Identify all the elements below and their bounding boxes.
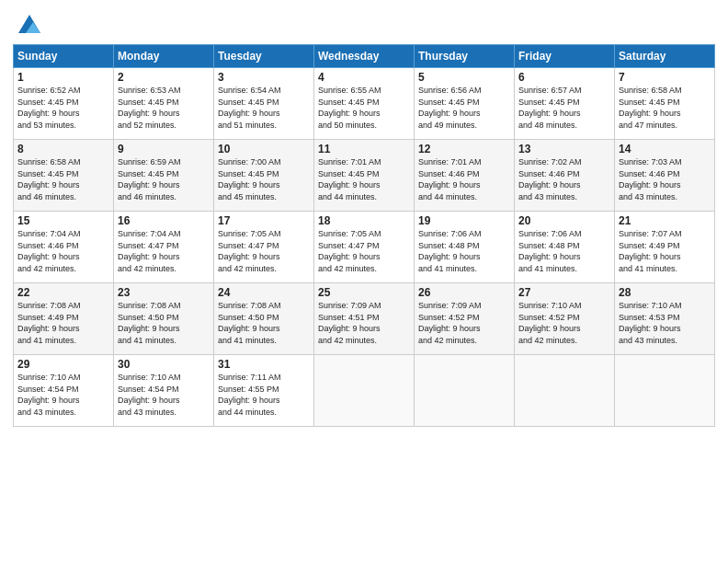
day-number: 1 <box>17 71 109 84</box>
day-info: Sunrise: 7:10 AM Sunset: 4:54 PM Dayligh… <box>17 372 109 418</box>
day-number: 16 <box>118 214 210 227</box>
day-info: Sunrise: 6:54 AM Sunset: 4:45 PM Dayligh… <box>218 85 310 131</box>
calendar-cell: 16Sunrise: 7:04 AM Sunset: 4:47 PM Dayli… <box>114 212 214 283</box>
calendar-week-row: 29Sunrise: 7:10 AM Sunset: 4:54 PM Dayli… <box>14 355 715 427</box>
day-number: 26 <box>418 286 510 299</box>
day-info: Sunrise: 7:03 AM Sunset: 4:46 PM Dayligh… <box>619 156 711 202</box>
day-info: Sunrise: 7:06 AM Sunset: 4:48 PM Dayligh… <box>418 228 510 274</box>
weekday-header-monday: Monday <box>114 45 214 68</box>
calendar-cell: 8Sunrise: 6:58 AM Sunset: 4:45 PM Daylig… <box>14 140 114 212</box>
day-info: Sunrise: 7:07 AM Sunset: 4:49 PM Dayligh… <box>619 228 711 274</box>
calendar-cell: 31Sunrise: 7:11 AM Sunset: 4:55 PM Dayli… <box>214 355 314 427</box>
day-number: 28 <box>619 286 711 299</box>
day-number: 24 <box>218 286 310 299</box>
calendar-week-row: 22Sunrise: 7:08 AM Sunset: 4:49 PM Dayli… <box>14 283 715 355</box>
day-number: 17 <box>218 214 310 227</box>
day-info: Sunrise: 7:06 AM Sunset: 4:48 PM Dayligh… <box>518 228 610 274</box>
weekday-header-sunday: Sunday <box>14 45 114 68</box>
calendar-cell: 7Sunrise: 6:58 AM Sunset: 4:45 PM Daylig… <box>615 68 715 140</box>
weekday-header-friday: Friday <box>515 45 615 68</box>
weekday-header-tuesday: Tuesday <box>214 45 314 68</box>
day-info: Sunrise: 7:09 AM Sunset: 4:51 PM Dayligh… <box>318 300 410 346</box>
day-info: Sunrise: 6:59 AM Sunset: 4:45 PM Dayligh… <box>118 156 210 202</box>
day-info: Sunrise: 6:55 AM Sunset: 4:45 PM Dayligh… <box>318 85 410 131</box>
calendar-cell: 13Sunrise: 7:02 AM Sunset: 4:46 PM Dayli… <box>515 140 615 212</box>
calendar-cell: 2Sunrise: 6:53 AM Sunset: 4:45 PM Daylig… <box>114 68 214 140</box>
calendar-cell: 10Sunrise: 7:00 AM Sunset: 4:45 PM Dayli… <box>214 140 314 212</box>
calendar-cell: 19Sunrise: 7:06 AM Sunset: 4:48 PM Dayli… <box>415 212 515 283</box>
day-number: 3 <box>218 71 310 84</box>
header <box>13 9 715 39</box>
day-info: Sunrise: 7:08 AM Sunset: 4:50 PM Dayligh… <box>118 300 210 346</box>
day-number: 9 <box>118 143 210 155</box>
day-info: Sunrise: 7:08 AM Sunset: 4:50 PM Dayligh… <box>218 300 310 346</box>
calendar-cell: 3Sunrise: 6:54 AM Sunset: 4:45 PM Daylig… <box>214 68 314 140</box>
day-info: Sunrise: 6:57 AM Sunset: 4:45 PM Dayligh… <box>518 85 610 131</box>
day-info: Sunrise: 7:01 AM Sunset: 4:46 PM Dayligh… <box>418 156 510 202</box>
day-info: Sunrise: 6:56 AM Sunset: 4:45 PM Dayligh… <box>418 85 510 131</box>
day-number: 21 <box>619 214 711 227</box>
weekday-header-saturday: Saturday <box>615 45 715 68</box>
day-info: Sunrise: 7:10 AM Sunset: 4:53 PM Dayligh… <box>619 300 711 346</box>
calendar-cell: 25Sunrise: 7:09 AM Sunset: 4:51 PM Dayli… <box>314 283 415 355</box>
calendar-body: 1Sunrise: 6:52 AM Sunset: 4:45 PM Daylig… <box>14 68 715 427</box>
day-number: 8 <box>17 143 109 155</box>
day-number: 19 <box>418 214 510 227</box>
day-number: 29 <box>17 358 109 371</box>
calendar-cell: 27Sunrise: 7:10 AM Sunset: 4:52 PM Dayli… <box>515 283 615 355</box>
day-number: 25 <box>318 286 410 299</box>
calendar-week-row: 1Sunrise: 6:52 AM Sunset: 4:45 PM Daylig… <box>14 68 715 140</box>
day-number: 11 <box>318 143 410 155</box>
calendar-cell: 22Sunrise: 7:08 AM Sunset: 4:49 PM Dayli… <box>14 283 114 355</box>
day-info: Sunrise: 7:04 AM Sunset: 4:46 PM Dayligh… <box>17 228 109 274</box>
day-number: 18 <box>318 214 410 227</box>
calendar-cell: 4Sunrise: 6:55 AM Sunset: 4:45 PM Daylig… <box>314 68 415 140</box>
calendar-cell: 29Sunrise: 7:10 AM Sunset: 4:54 PM Dayli… <box>14 355 114 427</box>
day-info: Sunrise: 7:02 AM Sunset: 4:46 PM Dayligh… <box>518 156 610 202</box>
weekday-header-thursday: Thursday <box>415 45 515 68</box>
day-number: 22 <box>17 286 109 299</box>
logo-icon <box>17 13 42 39</box>
calendar-week-row: 15Sunrise: 7:04 AM Sunset: 4:46 PM Dayli… <box>14 212 715 283</box>
calendar-cell: 20Sunrise: 7:06 AM Sunset: 4:48 PM Dayli… <box>515 212 615 283</box>
day-info: Sunrise: 7:05 AM Sunset: 4:47 PM Dayligh… <box>318 228 410 274</box>
calendar-cell: 30Sunrise: 7:10 AM Sunset: 4:54 PM Dayli… <box>114 355 214 427</box>
day-number: 10 <box>218 143 310 155</box>
day-number: 23 <box>118 286 210 299</box>
day-number: 2 <box>118 71 210 84</box>
calendar-cell <box>314 355 415 427</box>
day-number: 15 <box>17 214 109 227</box>
day-info: Sunrise: 7:01 AM Sunset: 4:45 PM Dayligh… <box>318 156 410 202</box>
calendar-cell: 21Sunrise: 7:07 AM Sunset: 4:49 PM Dayli… <box>615 212 715 283</box>
calendar-week-row: 8Sunrise: 6:58 AM Sunset: 4:45 PM Daylig… <box>14 140 715 212</box>
day-number: 31 <box>218 358 310 371</box>
calendar-cell: 6Sunrise: 6:57 AM Sunset: 4:45 PM Daylig… <box>515 68 615 140</box>
day-number: 4 <box>318 71 410 84</box>
calendar-cell: 15Sunrise: 7:04 AM Sunset: 4:46 PM Dayli… <box>14 212 114 283</box>
day-info: Sunrise: 6:52 AM Sunset: 4:45 PM Dayligh… <box>17 85 109 131</box>
day-info: Sunrise: 6:58 AM Sunset: 4:45 PM Dayligh… <box>17 156 109 202</box>
calendar-cell: 11Sunrise: 7:01 AM Sunset: 4:45 PM Dayli… <box>314 140 415 212</box>
day-number: 12 <box>418 143 510 155</box>
day-number: 27 <box>518 286 610 299</box>
day-info: Sunrise: 7:00 AM Sunset: 4:45 PM Dayligh… <box>218 156 310 202</box>
calendar-cell: 5Sunrise: 6:56 AM Sunset: 4:45 PM Daylig… <box>415 68 515 140</box>
calendar-cell: 14Sunrise: 7:03 AM Sunset: 4:46 PM Dayli… <box>615 140 715 212</box>
weekday-header-wednesday: Wednesday <box>314 45 415 68</box>
day-info: Sunrise: 7:09 AM Sunset: 4:52 PM Dayligh… <box>418 300 510 346</box>
day-number: 5 <box>418 71 510 84</box>
calendar-cell: 12Sunrise: 7:01 AM Sunset: 4:46 PM Dayli… <box>415 140 515 212</box>
logo <box>13 13 42 39</box>
calendar-cell: 23Sunrise: 7:08 AM Sunset: 4:50 PM Dayli… <box>114 283 214 355</box>
day-info: Sunrise: 6:53 AM Sunset: 4:45 PM Dayligh… <box>118 85 210 131</box>
day-info: Sunrise: 7:10 AM Sunset: 4:52 PM Dayligh… <box>518 300 610 346</box>
day-info: Sunrise: 7:11 AM Sunset: 4:55 PM Dayligh… <box>218 372 310 418</box>
day-number: 30 <box>118 358 210 371</box>
calendar-cell: 26Sunrise: 7:09 AM Sunset: 4:52 PM Dayli… <box>415 283 515 355</box>
day-info: Sunrise: 7:04 AM Sunset: 4:47 PM Dayligh… <box>118 228 210 274</box>
calendar-cell <box>615 355 715 427</box>
day-number: 13 <box>518 143 610 155</box>
page-container: SundayMondayTuesdayWednesdayThursdayFrid… <box>0 0 728 432</box>
day-number: 14 <box>619 143 711 155</box>
calendar-cell: 17Sunrise: 7:05 AM Sunset: 4:47 PM Dayli… <box>214 212 314 283</box>
